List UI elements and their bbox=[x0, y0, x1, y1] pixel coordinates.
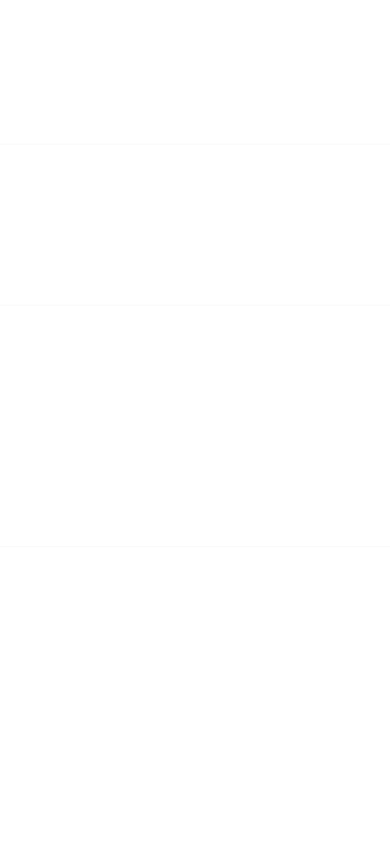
panel-a-heatmap-svg bbox=[155, 7, 282, 137]
panel-b-network bbox=[0, 144, 390, 305]
panel-a: // will draw via inline bbox=[0, 0, 390, 144]
panel-a-y-axis bbox=[0, 7, 63, 137]
panel-b bbox=[0, 144, 390, 305]
panel-a-heatmap bbox=[155, 7, 282, 137]
panel-d bbox=[0, 547, 390, 735]
network-svg bbox=[0, 144, 390, 305]
panel-d-bubbles bbox=[0, 547, 390, 735]
panel-c bbox=[0, 305, 390, 547]
panel-a-dot-svg: // will draw via inline bbox=[64, 7, 151, 137]
panel-a-dot-plot: // will draw via inline bbox=[64, 7, 151, 137]
